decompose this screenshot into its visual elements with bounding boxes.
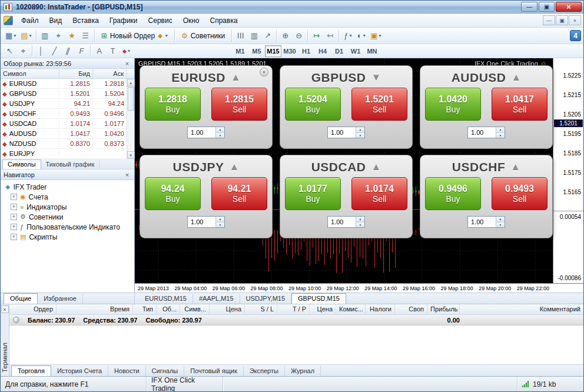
status-profile[interactable]: IFX One Click Trading xyxy=(147,377,223,391)
sell-button[interactable]: 1.0417Sell xyxy=(492,88,548,121)
line-chart-button[interactable]: ↗ xyxy=(261,29,274,42)
tree-item-accounts[interactable]: +◉Счета xyxy=(1,192,134,202)
new-chart-button[interactable]: ▦▾ xyxy=(3,29,18,42)
spinner-up-icon[interactable]: ▲ xyxy=(496,217,505,222)
column-take-profit[interactable]: T / P xyxy=(277,304,310,314)
chart-window[interactable]: GBPUSD,M15 1.5203 1.5205 1.5189 1.5201 I… xyxy=(135,58,583,293)
lot-size-input[interactable]: 1.00 xyxy=(188,217,215,227)
menu-view[interactable]: Вид xyxy=(44,14,68,27)
spinner-down-icon[interactable]: ▼ xyxy=(216,222,224,228)
time-axis[interactable]: 29 Мар 2013 29 Мар 04:00 29 Мар 06:00 29… xyxy=(135,283,583,293)
timeframe-d1[interactable]: D1 xyxy=(331,45,347,57)
spinner-down-icon[interactable]: ▼ xyxy=(496,222,505,228)
mdi-restore-button[interactable]: ▣ xyxy=(556,15,568,25)
column-symbol[interactable]: Символ xyxy=(1,69,59,78)
column-order[interactable]: Ордер xyxy=(9,304,57,314)
sell-button[interactable]: 94.21Sell xyxy=(211,177,267,210)
menu-charts[interactable]: Графики xyxy=(104,14,143,27)
timeframe-m15[interactable]: M15 xyxy=(265,45,281,57)
periods-button[interactable]: ◐▾ xyxy=(354,29,368,42)
menu-insert[interactable]: Вставка xyxy=(67,14,104,27)
close-icon[interactable]: × xyxy=(1,305,9,313)
buy-button[interactable]: 1.0420Buy xyxy=(425,88,481,121)
bar-chart-button[interactable]: ☰ xyxy=(234,29,247,42)
text-label-button[interactable]: T xyxy=(106,45,120,58)
fibonacci-button[interactable]: F xyxy=(75,45,88,58)
tab-news[interactable]: Новости xyxy=(108,366,146,376)
shapes-button[interactable]: ◆▾ xyxy=(120,45,133,58)
timeframe-mn[interactable]: MN xyxy=(364,45,380,57)
chart-shift-button[interactable]: ↤ xyxy=(323,29,337,42)
table-row[interactable]: ◆USDCAD1.01741.0177 xyxy=(1,119,127,129)
cursor-button[interactable]: ↖ xyxy=(3,45,16,58)
close-button[interactable]: × xyxy=(556,2,582,12)
spinner-down-icon[interactable]: ▼ xyxy=(356,222,364,228)
table-row[interactable]: ◆USDCHF0.94930.9496 xyxy=(1,109,127,119)
market-watch-toggle-button[interactable]: ▥ xyxy=(38,29,52,42)
column-volume[interactable]: Об... xyxy=(157,304,180,314)
column-comment[interactable]: Комментарий xyxy=(460,304,583,314)
mdi-close-button[interactable]: × xyxy=(569,15,581,25)
timeframe-m30[interactable]: M30 xyxy=(281,45,298,57)
text-button[interactable]: A xyxy=(92,45,106,58)
table-row[interactable]: ◆USDJPY94.2194.24 xyxy=(1,99,127,109)
column-swap[interactable]: Своп xyxy=(395,304,427,314)
column-stop-loss[interactable]: S / L xyxy=(245,304,277,314)
column-bid[interactable]: Бид xyxy=(59,69,93,78)
tab-tick-chart[interactable]: Тиковый график xyxy=(41,160,100,169)
buy-button[interactable]: 0.9496Buy xyxy=(425,177,481,210)
column-symbol[interactable]: Симв... xyxy=(180,304,210,314)
lot-size-input[interactable]: 1.00 xyxy=(328,217,356,227)
terminal-toggle-button[interactable]: ☰ xyxy=(79,29,92,42)
spinner-up-icon[interactable]: ▲ xyxy=(216,127,224,133)
tab-trade[interactable]: Торговля xyxy=(11,366,51,376)
tab-common[interactable]: Общие xyxy=(4,293,38,304)
tree-item-custom-indicators[interactable]: +ƒПользовательские Индикато xyxy=(1,222,134,232)
column-ask[interactable]: Аск xyxy=(93,69,127,78)
widget-close-button[interactable]: × xyxy=(260,68,268,77)
expand-icon[interactable]: + xyxy=(11,214,17,220)
timeframe-m5[interactable]: M5 xyxy=(248,45,265,57)
tree-item-advisors[interactable]: +⚙Советники xyxy=(1,212,134,222)
expand-icon[interactable]: + xyxy=(11,204,17,210)
templates-button[interactable]: ▣▾ xyxy=(368,29,383,42)
crosshair-button[interactable]: ⌖ xyxy=(16,45,30,58)
expand-icon[interactable]: + xyxy=(11,194,17,200)
table-row[interactable]: ◆NZDUSD0.83700.8373 xyxy=(1,139,127,149)
tab-journal[interactable]: Журнал xyxy=(285,366,321,376)
table-row[interactable]: ◆GBPUSD1.52011.5204 xyxy=(1,89,127,99)
timeframe-w1[interactable]: W1 xyxy=(347,45,364,57)
tab-signals[interactable]: Сигналы xyxy=(146,366,185,376)
close-icon[interactable]: × xyxy=(123,60,131,67)
column-profit[interactable]: Прибыль xyxy=(427,304,460,314)
tab-chart-gbpusd[interactable]: GBPUSD,M15 xyxy=(291,293,346,304)
sell-button[interactable]: 1.0174Sell xyxy=(351,177,407,210)
tab-symbols[interactable]: Символы xyxy=(2,160,41,169)
timeframe-h4[interactable]: H4 xyxy=(314,45,331,57)
sell-button[interactable]: 1.2815Sell xyxy=(211,88,267,121)
zoom-out-button[interactable]: ⊖ xyxy=(292,29,306,42)
table-row[interactable]: ◆EURUSD1.28151.2818 xyxy=(1,79,127,89)
buy-button[interactable]: 94.24Buy xyxy=(145,177,201,210)
timeframe-h1[interactable]: H1 xyxy=(298,45,314,57)
menu-file[interactable]: Файл xyxy=(16,14,44,27)
vertical-line-button[interactable]: │ xyxy=(34,45,48,58)
spinner-up-icon[interactable]: ▲ xyxy=(496,127,505,133)
tree-item-indicators[interactable]: +≈Индикаторы xyxy=(1,202,134,212)
column-type[interactable]: Тип xyxy=(133,304,157,314)
menu-service[interactable]: Сервис xyxy=(143,14,178,27)
buy-button[interactable]: 1.2818Buy xyxy=(145,88,201,121)
maximize-button[interactable]: ▣ xyxy=(539,2,555,12)
tab-mailbox[interactable]: Почтовый ящик xyxy=(184,366,243,376)
candlestick-chart-button[interactable]: ▥ xyxy=(247,29,261,42)
tree-item-scripts[interactable]: +▤Скрипты xyxy=(1,232,134,242)
lot-size-input[interactable]: 1.00 xyxy=(468,127,496,138)
profiles-button[interactable]: ▤▾ xyxy=(18,29,34,42)
navigator-toggle-button[interactable]: ★ xyxy=(65,29,79,42)
menu-help[interactable]: Справка xyxy=(205,14,243,27)
trendline-button[interactable]: ╱ xyxy=(48,45,61,58)
column-time[interactable]: Время xyxy=(57,304,133,314)
expand-icon[interactable]: + xyxy=(11,234,17,240)
lot-size-input[interactable]: 1.00 xyxy=(328,127,356,138)
column-taxes[interactable]: Налоги xyxy=(366,304,395,314)
